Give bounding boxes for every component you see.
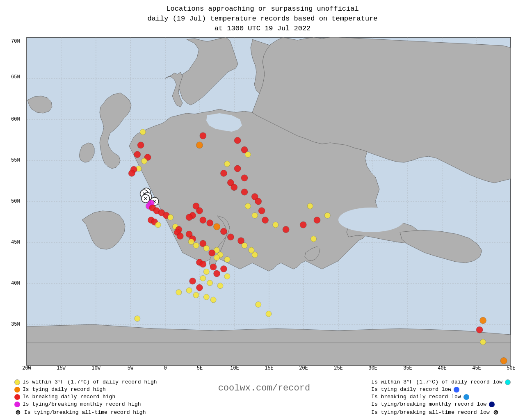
svg-text:✕: ✕ [144,196,147,202]
svg-point-98 [189,278,196,285]
legend-dot-cyan [505,379,511,385]
svg-text:15E: 15E [265,365,274,371]
svg-text:30E: 30E [368,365,377,371]
map-wrapper: 70N 65N 60N 55N 50N 45N 40N 35N 20W 15W … [10,35,515,376]
svg-point-94 [203,269,209,275]
svg-point-118 [245,152,251,158]
main-container: Locations approaching or surpassing unof… [0,0,525,420]
svg-point-135 [196,208,203,214]
map-svg: 70N 65N 60N 55N 50N 45N 40N 35N 20W 15W … [10,35,515,376]
svg-point-79 [177,233,183,240]
legend-dot-yellow [14,379,20,385]
legend-item-tying-low: Is tying daily record low [371,386,511,393]
svg-point-100 [217,283,223,289]
svg-point-132 [273,222,278,228]
svg-point-84 [203,246,209,251]
svg-text:50E: 50E [507,365,515,371]
svg-point-119 [224,161,230,167]
svg-text:20W: 20W [22,365,31,371]
svg-point-141 [220,228,227,235]
svg-point-51 [142,158,147,164]
svg-text:40N: 40N [11,281,20,287]
svg-text:60N: 60N [11,117,20,123]
svg-point-128 [245,203,251,209]
legend-dot-blue [454,387,459,393]
svg-text:35E: 35E [403,365,412,371]
legend-label-breaking-high: Is breaking daily record high [23,394,115,400]
legend-dot-red [14,394,20,400]
svg-point-148 [314,217,320,224]
svg-text:45N: 45N [11,240,20,246]
svg-point-115 [234,137,241,144]
svg-point-54 [128,170,135,177]
svg-point-121 [220,170,227,177]
svg-text:45E: 45E [472,365,481,371]
svg-point-102 [186,288,192,294]
svg-text:10W: 10W [91,365,100,371]
svg-point-86 [209,250,215,256]
legend-item-monthly-high: Is tying/breaking monthly record high [14,401,157,407]
svg-point-89 [224,257,230,262]
svg-point-91 [200,261,206,268]
legend-item-alltime-high: ⊗ Is tying/breaking all-time record high [14,409,157,416]
svg-point-105 [203,294,209,300]
legend-website: coolwx.com/record [218,383,310,393]
legend-label-alltime-low: Is tying/breaking all-time record low [371,409,490,415]
svg-point-144 [242,243,247,249]
legend-center: coolwx.com/record [157,379,371,393]
svg-point-99 [207,280,213,286]
legend-item-breaking-low: Is breaking daily record low [371,394,511,400]
svg-point-103 [176,290,182,295]
svg-point-138 [200,217,206,224]
svg-point-133 [283,226,289,233]
svg-point-96 [224,274,230,279]
legend-label-tying-high: Is tying daily record high [23,386,106,393]
svg-text:55N: 55N [11,158,20,164]
svg-point-122 [241,175,248,181]
svg-point-147 [300,222,306,228]
svg-point-129 [258,208,265,214]
legend-item-breaking-high: Is breaking daily record high [14,394,157,400]
title-line1: Locations approaching or surpassing unof… [147,4,377,14]
svg-point-145 [249,247,254,253]
svg-point-74 [155,222,161,228]
svg-point-130 [252,213,258,219]
svg-point-81 [188,239,194,245]
legend-label-alltime-high: Is tying/breaking all-time record high [24,409,146,415]
svg-text:0: 0 [164,365,167,371]
svg-point-110 [480,317,486,324]
svg-point-140 [214,224,220,230]
legend-item-within3-high: Is within 3°F (1.7°C) of daily record hi… [14,379,157,385]
svg-point-49 [134,151,141,158]
svg-point-47 [140,129,146,135]
svg-point-109 [135,316,140,322]
svg-point-124 [231,184,237,191]
svg-point-107 [256,302,261,308]
svg-point-71 [168,215,173,220]
svg-point-112 [480,339,486,345]
svg-point-116 [196,142,203,148]
title-line2: daily (19 Jul) temperature records based… [147,14,377,24]
svg-point-139 [207,220,213,226]
legend-label-monthly-low: Is tying/breaking monthly record low [371,401,486,407]
legend-area: Is within 3°F (1.7°C) of daily record hi… [10,376,515,416]
svg-text:15W: 15W [57,365,66,371]
svg-point-46 [445,187,470,236]
svg-point-48 [137,142,144,148]
legend-cross-black-low: ⊗ [492,409,500,416]
title-line3: at 1300 UTC 19 Jul 2022 [147,24,377,34]
legend-dot-orange [14,387,20,393]
svg-point-83 [193,243,199,249]
svg-point-113 [500,358,507,364]
title-area: Locations approaching or surpassing unof… [147,0,377,35]
legend-cross-black: ⊗ [14,409,22,416]
svg-text:40E: 40E [438,365,447,371]
legend-dot-darkblue [489,402,495,407]
legend-label-breaking-low: Is breaking daily record low [371,394,461,400]
svg-text:50N: 50N [11,199,20,205]
svg-text:25E: 25E [334,365,343,371]
svg-text:65N: 65N [11,75,20,80]
svg-point-150 [307,203,313,209]
svg-point-95 [214,270,220,277]
legend-left: Is within 3°F (1.7°C) of daily record hi… [14,379,157,416]
